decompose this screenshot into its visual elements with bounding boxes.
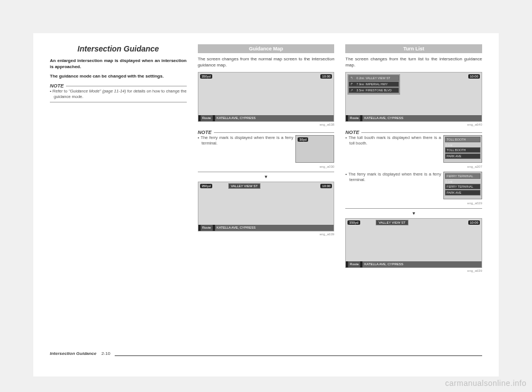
route-chip: Route bbox=[201, 115, 213, 121]
watermark: carmanualsonline.info bbox=[445, 379, 526, 388]
figure-tollbooth-mark: TOLL BOOTH 0.1mi TOLL BOOTH PARK AVE bbox=[443, 135, 482, 163]
footer-page-number: 2-10 bbox=[101, 351, 110, 356]
turn-name: IMPERIAL HWY bbox=[366, 82, 388, 86]
caption: eng_a640 bbox=[345, 123, 482, 126]
turn-row: ↰ 0.2mi VALLEY VIEW ST bbox=[349, 75, 399, 81]
note-bullet: Refer to "Guidance Mode" (page 11-14) fo… bbox=[50, 89, 187, 100]
turn-dist: 0.2mi bbox=[356, 76, 364, 80]
time-badge: 10:00 bbox=[468, 74, 480, 79]
note-row: 30yd The ferry mark is displayed when th… bbox=[198, 135, 335, 163]
note-text-prefix: Refer to bbox=[53, 89, 69, 94]
page-footer: Intersection Guidance 2-10 bbox=[50, 352, 482, 360]
map-bottom-bar: Route KATELLA AVE, CYPRESS bbox=[198, 115, 334, 121]
caption: eng_a638 bbox=[198, 123, 335, 126]
turn-dist: 7.9mi bbox=[356, 82, 364, 86]
note-heading: NOTE bbox=[50, 83, 66, 89]
distance-badge: 350yd bbox=[200, 184, 212, 188]
list-item: TOLL BOOTH bbox=[445, 137, 480, 142]
turn-list-desc: The screen changes from the turn list to… bbox=[345, 56, 482, 69]
turn-name: VALLEY VIEW ST bbox=[366, 76, 390, 80]
figure-map-normal: 350yd 10:00 Route KATELLA AVE, CYPRESS bbox=[198, 72, 335, 122]
note-rule-end bbox=[198, 172, 335, 172]
figure-map-intersection: 350yd VALLEY VIEW ST 10:00 Route KATELLA… bbox=[198, 182, 335, 231]
manual-page: Intersection Guidance An enlarged inters… bbox=[33, 33, 499, 376]
caption: eng_a029 bbox=[345, 202, 482, 205]
turn-icon: ↗ bbox=[350, 89, 355, 92]
note-heading: NOTE bbox=[345, 130, 361, 135]
list-item: TOLL BOOTH bbox=[445, 147, 480, 153]
street-sign: VALLEY VIEW ST bbox=[228, 183, 260, 189]
item-label: PARK AVE bbox=[447, 154, 461, 158]
guidance-map-desc: The screen changes from the normal map s… bbox=[198, 56, 335, 69]
note-rule-end bbox=[345, 208, 482, 209]
item-dist: 0.1mi bbox=[445, 179, 480, 184]
columns: Intersection Guidance An enlarged inters… bbox=[50, 44, 482, 343]
item-label: TOLL BOOTH bbox=[447, 138, 466, 141]
intro-line-1: An enlarged intersection map is displaye… bbox=[50, 58, 187, 70]
time-badge: 10:00 bbox=[320, 74, 332, 79]
note-rule bbox=[50, 86, 187, 86]
item-label: PARK AVE bbox=[447, 191, 461, 194]
turn-row: ↗ 3.5mi FIRESTONE BLVD bbox=[349, 87, 399, 93]
turn-icon: ↱ bbox=[350, 82, 355, 86]
item-label: FERRY TERMINAL bbox=[447, 185, 473, 188]
turn-row: ↱ 7.9mi IMPERIAL HWY bbox=[349, 81, 399, 87]
footer-rule bbox=[50, 355, 482, 356]
note-row: FERRY TERMINAL 0.1mi FERRY TERMINAL PARK… bbox=[345, 172, 482, 199]
note-row: TOLL BOOTH 0.1mi TOLL BOOTH PARK AVE The… bbox=[345, 135, 482, 163]
distance-badge: 350yd bbox=[200, 74, 212, 79]
caption: eng_a030 bbox=[198, 165, 335, 168]
footer-title: Intersection Guidance bbox=[50, 351, 96, 356]
caption: eng_a639 bbox=[345, 269, 482, 272]
route-chip: Route bbox=[348, 115, 360, 121]
page-title: Intersection Guidance bbox=[50, 44, 187, 53]
list-item: PARK AVE bbox=[445, 190, 480, 195]
note-heading: NOTE bbox=[198, 130, 214, 135]
route-chip: Route bbox=[348, 261, 360, 267]
note-block: NOTE TOLL BOOTH 0.1mi TOLL BOOTH PARK AV… bbox=[345, 130, 482, 209]
item-label: FERRY TERMINAL bbox=[447, 174, 473, 178]
address-chip: KATELLA AVE, CYPRESS bbox=[362, 261, 482, 267]
street-sign: VALLEY VIEW ST bbox=[376, 220, 408, 225]
col-turn-list: Turn List The screen changes from the tu… bbox=[345, 44, 482, 343]
figure-map-intersection-2: 350yd VALLEY VIEW ST 10:00 Route KATELLA… bbox=[345, 218, 482, 268]
address-chip: KATELLA AVE, CYPRESS bbox=[215, 115, 334, 121]
note-rule bbox=[198, 132, 335, 133]
map-bottom-bar: Route KATELLA AVE, CYPRESS bbox=[198, 225, 334, 231]
section-header-guidance-map: Guidance Map bbox=[198, 44, 335, 53]
turn-name: FIRESTONE BLVD bbox=[366, 89, 392, 92]
arrow-down-icon: ▼ bbox=[198, 174, 335, 179]
list-item: FERRY TERMINAL bbox=[445, 184, 480, 189]
turn-dist: 3.5mi bbox=[356, 89, 364, 92]
section-header-turn-list: Turn List bbox=[345, 44, 482, 53]
list-item: FERRY TERMINAL bbox=[445, 173, 480, 179]
figure-turn-list: ↰ 0.2mi VALLEY VIEW ST ↱ 7.9mi IMPERIAL … bbox=[345, 72, 482, 122]
caption: eng_a207 bbox=[345, 165, 482, 168]
intro-line-2: The guidance mode can be changed with th… bbox=[50, 73, 187, 79]
turn-icon: ↰ bbox=[350, 76, 355, 80]
note-block: NOTE 30yd The ferry mark is displayed wh… bbox=[198, 130, 335, 172]
list-item: PARK AVE bbox=[445, 153, 480, 159]
note-block: NOTE Refer to "Guidance Mode" (page 11-1… bbox=[50, 83, 187, 102]
time-badge: 10:00 bbox=[468, 220, 480, 225]
address-chip: KATELLA AVE, CYPRESS bbox=[362, 115, 482, 121]
col-intro: Intersection Guidance An enlarged inters… bbox=[50, 44, 187, 343]
time-badge: 10:00 bbox=[320, 184, 332, 188]
item-dist: 0.1mi bbox=[445, 143, 480, 147]
map-bottom-bar: Route KATELLA AVE, CYPRESS bbox=[346, 115, 482, 121]
mini-distance-badge: 30yd bbox=[298, 137, 308, 142]
item-label: TOLL BOOTH bbox=[447, 148, 466, 152]
arrow-down-icon: ▼ bbox=[345, 211, 482, 216]
caption: eng_a639 bbox=[198, 233, 335, 236]
route-chip: Route bbox=[201, 225, 213, 231]
note-rule bbox=[345, 132, 482, 133]
figure-ferry-mark: 30yd bbox=[295, 135, 334, 163]
distance-badge: 350yd bbox=[347, 220, 360, 225]
figure-ferry-terminal-mark: FERRY TERMINAL 0.1mi FERRY TERMINAL PARK… bbox=[443, 172, 482, 199]
col-guidance-map: Guidance Map The screen changes from the… bbox=[198, 44, 335, 343]
map-bottom-bar: Route KATELLA AVE, CYPRESS bbox=[346, 261, 482, 267]
note-rule-end bbox=[50, 102, 187, 102]
address-chip: KATELLA AVE, CYPRESS bbox=[215, 225, 334, 231]
turn-panel: ↰ 0.2mi VALLEY VIEW ST ↱ 7.9mi IMPERIAL … bbox=[347, 74, 400, 95]
note-ref: "Guidance Mode" (page 11-14) bbox=[69, 89, 126, 94]
